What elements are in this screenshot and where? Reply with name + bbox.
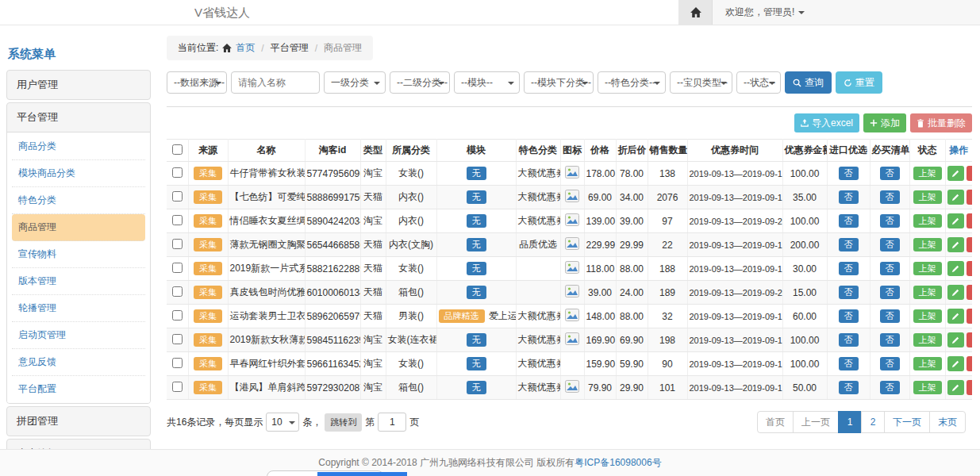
- breadcrumb-home-link[interactable]: 首页: [236, 41, 255, 55]
- must-buy-badge[interactable]: 否: [880, 286, 900, 299]
- status-badge[interactable]: 上架: [913, 309, 942, 323]
- sidebar-subitem[interactable]: 启动页管理: [12, 322, 145, 349]
- delete-button[interactable]: [967, 356, 973, 371]
- delete-button[interactable]: [967, 332, 973, 347]
- name-search-input[interactable]: [231, 71, 320, 94]
- row-checkbox[interactable]: [172, 191, 183, 202]
- must-buy-badge[interactable]: 否: [880, 381, 900, 394]
- must-buy-badge[interactable]: 否: [880, 309, 900, 323]
- row-checkbox[interactable]: [172, 167, 183, 178]
- page-button[interactable]: 末页: [929, 411, 966, 433]
- status-badge[interactable]: 上架: [913, 262, 942, 275]
- page-button[interactable]: 上一页: [793, 411, 839, 433]
- delete-button[interactable]: [967, 285, 973, 300]
- status-badge[interactable]: 上架: [913, 333, 942, 347]
- edit-button[interactable]: [947, 332, 964, 347]
- import-select-badge[interactable]: 否: [839, 309, 859, 323]
- page-button[interactable]: 2: [861, 411, 885, 433]
- item-type-select[interactable]: --宝贝类型--: [670, 71, 732, 94]
- home-button[interactable]: [679, 0, 713, 25]
- status-badge[interactable]: 上架: [913, 381, 942, 394]
- sidebar-group-header[interactable]: 平台管理: [7, 103, 150, 132]
- import-excel-button[interactable]: 导入excel: [794, 113, 859, 132]
- row-checkbox[interactable]: [172, 239, 183, 249]
- sidebar-subitem[interactable]: 商品分类: [12, 133, 145, 160]
- import-select-badge[interactable]: 否: [839, 238, 859, 251]
- edit-button[interactable]: [947, 237, 964, 252]
- feature-category-select[interactable]: --特色分类--: [598, 71, 666, 94]
- page-button[interactable]: 首页: [757, 411, 794, 433]
- edit-button[interactable]: [947, 166, 964, 181]
- status-badge[interactable]: 上架: [913, 214, 942, 228]
- sidebar-subitem[interactable]: 意见反馈: [12, 349, 145, 376]
- must-buy-badge[interactable]: 否: [880, 357, 900, 370]
- add-button[interactable]: 添加: [863, 113, 906, 132]
- edit-button[interactable]: [947, 356, 964, 371]
- must-buy-badge[interactable]: 否: [880, 190, 900, 204]
- sidebar-subitem[interactable]: 商品管理: [12, 214, 145, 241]
- row-checkbox[interactable]: [172, 310, 183, 321]
- row-checkbox[interactable]: [172, 358, 183, 368]
- row-checkbox[interactable]: [172, 286, 183, 297]
- sidebar-subitem[interactable]: 宣传物料: [12, 241, 145, 268]
- search-button[interactable]: 查询: [785, 71, 832, 94]
- icp-link[interactable]: 粤ICP备16098006号: [575, 456, 661, 470]
- sidebar-group-header[interactable]: 拼团管理: [7, 407, 150, 436]
- page-button[interactable]: 下一页: [884, 411, 930, 433]
- delete-button[interactable]: [967, 190, 973, 205]
- edit-button[interactable]: [947, 380, 964, 395]
- level2-category-select[interactable]: --二级分类--: [390, 71, 450, 94]
- batch-delete-button[interactable]: 批量删除: [910, 113, 972, 132]
- import-select-badge[interactable]: 否: [839, 262, 859, 275]
- status-badge[interactable]: 上架: [913, 238, 942, 251]
- must-buy-badge[interactable]: 否: [880, 333, 900, 347]
- data-source-select[interactable]: --数据来源--: [167, 71, 227, 94]
- status-badge[interactable]: 上架: [913, 167, 942, 180]
- user-menu[interactable]: 欢迎您，管理员!: [713, 0, 817, 25]
- edit-button[interactable]: [947, 309, 964, 324]
- jump-to-button[interactable]: 跳转到: [325, 413, 362, 432]
- delete-button[interactable]: [967, 380, 973, 395]
- must-buy-badge[interactable]: 否: [880, 238, 900, 251]
- edit-button[interactable]: [947, 285, 964, 300]
- must-buy-badge[interactable]: 否: [880, 214, 900, 228]
- page-number-input[interactable]: [378, 413, 406, 432]
- select-all-checkbox[interactable]: [172, 144, 183, 155]
- status-badge[interactable]: 上架: [913, 286, 942, 299]
- row-checkbox[interactable]: [172, 263, 183, 273]
- level1-category-select[interactable]: 一级分类: [324, 71, 386, 94]
- delete-button[interactable]: [967, 309, 973, 324]
- import-select-badge[interactable]: 否: [839, 214, 859, 228]
- import-select-badge[interactable]: 否: [839, 333, 859, 347]
- sidebar-group-header[interactable]: 用户管理: [7, 71, 150, 99]
- module-select[interactable]: --模块--: [454, 71, 520, 94]
- import-select-badge[interactable]: 否: [839, 190, 859, 204]
- page-button[interactable]: 1: [838, 411, 862, 433]
- import-select-badge[interactable]: 否: [839, 381, 859, 394]
- sidebar-subitem[interactable]: 平台配置: [12, 376, 145, 402]
- import-select-badge[interactable]: 否: [839, 357, 859, 370]
- edit-button[interactable]: [947, 213, 964, 228]
- must-buy-badge[interactable]: 否: [880, 167, 900, 180]
- sidebar-subitem[interactable]: 特色分类: [12, 187, 145, 214]
- row-checkbox[interactable]: [172, 334, 183, 344]
- status-badge[interactable]: 上架: [913, 190, 942, 204]
- sidebar-subitem[interactable]: 版本管理: [12, 268, 145, 295]
- must-buy-badge[interactable]: 否: [880, 262, 900, 275]
- import-select-badge[interactable]: 否: [839, 167, 859, 180]
- row-checkbox[interactable]: [172, 215, 183, 225]
- delete-button[interactable]: [967, 261, 973, 276]
- status-badge[interactable]: 上架: [913, 357, 942, 370]
- per-page-select[interactable]: 10: [266, 413, 299, 432]
- sidebar-subitem[interactable]: 模块商品分类: [12, 160, 145, 187]
- module-subcategory-select[interactable]: --模块下分类--: [524, 71, 594, 94]
- edit-button[interactable]: [947, 190, 964, 205]
- row-checkbox[interactable]: [172, 382, 183, 392]
- sidebar-subitem[interactable]: 轮播管理: [12, 295, 145, 322]
- status-select[interactable]: --状态--: [736, 71, 781, 94]
- import-select-badge[interactable]: 否: [839, 286, 859, 299]
- delete-button[interactable]: [967, 166, 973, 181]
- delete-button[interactable]: [967, 213, 973, 228]
- edit-button[interactable]: [947, 261, 964, 276]
- reset-button[interactable]: 重置: [836, 71, 882, 94]
